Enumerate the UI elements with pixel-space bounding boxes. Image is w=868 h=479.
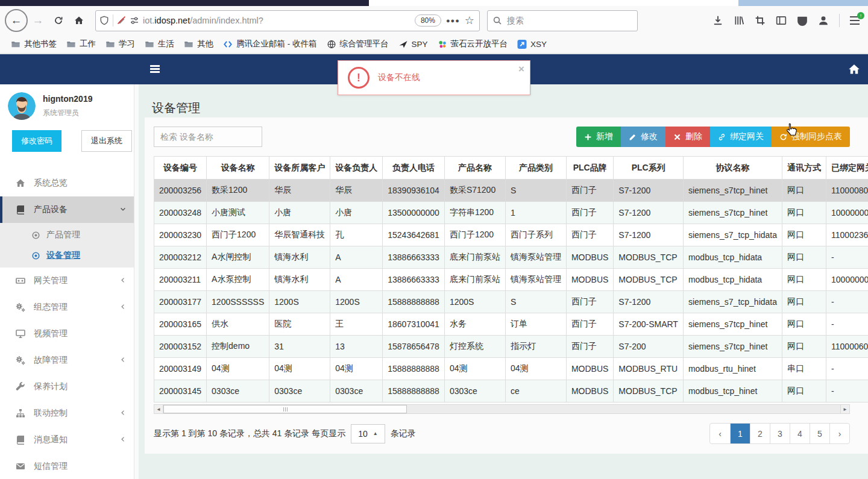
pager-page-2[interactable]: 2	[750, 424, 770, 443]
screenshot-icon[interactable]	[755, 15, 766, 26]
sidebar-item-product-device[interactable]: 产品设备	[0, 196, 139, 223]
pager-prev[interactable]: ‹	[710, 424, 730, 443]
browser-search[interactable]	[487, 10, 638, 31]
pager-next[interactable]: ›	[829, 424, 849, 443]
menu-icon[interactable]: ↑	[850, 16, 861, 25]
pager-page-3[interactable]: 3	[770, 424, 790, 443]
home-icon	[74, 16, 84, 25]
sidebars-icon[interactable]	[776, 15, 787, 26]
table-cell: 04测	[444, 358, 505, 380]
alert-close-icon[interactable]: ×	[518, 63, 524, 75]
mouse-cursor	[784, 122, 800, 138]
chevron-down-icon	[119, 205, 127, 214]
table-row[interactable]: 2000031771200SSSSSS1200S1200S15888888888…	[154, 291, 868, 313]
table-cell: 王	[330, 313, 383, 336]
sidebar-item-device-manage[interactable]: 设备管理	[0, 245, 139, 266]
table-cell: S7-1200	[614, 180, 684, 202]
column-header[interactable]: 设备名称	[207, 157, 269, 180]
bookmark-item[interactable]: 生活	[140, 37, 179, 51]
sidebar-item-message[interactable]: 消息通知	[0, 427, 139, 453]
change-password-button[interactable]: 修改密码	[12, 130, 61, 152]
table-row[interactable]: 20000314904测04测04测1588888888804测04测MODBU…	[154, 358, 868, 380]
column-header[interactable]: 通讯方式	[782, 157, 826, 180]
column-header[interactable]: PLC品牌	[566, 157, 613, 180]
pager-page-4[interactable]: 4	[790, 424, 810, 443]
sidebar-item-sms[interactable]: 短信管理	[0, 453, 139, 479]
bookmark-star-icon[interactable]: ☆	[465, 14, 474, 27]
column-header[interactable]: 产品类别	[505, 157, 566, 180]
table-row[interactable]: 200003230西门子1200华辰智通科技孔15243642681西门子120…	[154, 224, 868, 246]
extension-disabled-icon[interactable]	[117, 16, 127, 25]
sidebar-item-gateway[interactable]: 网关管理	[0, 268, 139, 294]
reload-button[interactable]	[48, 10, 69, 31]
delete-button[interactable]: 删除	[665, 127, 710, 147]
pager-page-5[interactable]: 5	[810, 424, 829, 443]
download-icon[interactable]	[712, 15, 723, 26]
sidebar-scrollbar[interactable]	[134, 84, 139, 479]
column-header[interactable]: 负责人电话	[383, 157, 445, 180]
sidebar-item-config[interactable]: 组态管理	[0, 294, 139, 321]
nav-home-icon[interactable]	[848, 63, 860, 75]
table-cell: 网口	[782, 313, 826, 336]
table-cell: 网口	[782, 269, 826, 291]
bookmark-item[interactable]: XSY	[512, 38, 552, 51]
device-search-input[interactable]	[154, 127, 262, 147]
pager-page-1[interactable]: 1	[730, 424, 750, 443]
back-button[interactable]: ←	[5, 9, 28, 32]
account-icon[interactable]	[818, 15, 829, 26]
sidebar-item-overview[interactable]: 系统总览	[0, 170, 139, 196]
sidebar-item-video[interactable]: 视频管理	[0, 321, 139, 347]
bookmark-label: 工作	[80, 39, 96, 49]
bind-gateway-button[interactable]: 绑定网关	[710, 127, 772, 147]
bookmark-item[interactable]: 工作	[61, 37, 101, 51]
page-size-select[interactable]: 10 ▲	[351, 424, 385, 443]
bookmark-item[interactable]: 其他	[179, 37, 218, 51]
table-row[interactable]: 200003256数采1200华辰华辰18390936104数采S71200S西…	[154, 180, 868, 202]
sidebar-toggle-icon[interactable]	[150, 65, 160, 73]
add-button[interactable]: 新增	[576, 127, 621, 147]
table-row[interactable]: 200003212A水闸控制镇海水利A13886663333底来门前泵站镇海泵站…	[154, 246, 868, 269]
bookmark-item[interactable]: 综合管理平台	[322, 37, 394, 51]
table-row[interactable]: 200003152控制demo311315878656478灯控系统指示灯西门子…	[154, 336, 868, 358]
column-header[interactable]: 已绑定网关	[826, 157, 868, 180]
table-row[interactable]: 200003211A水泵控制镇海水利A13886663333底来门前泵站镇海泵站…	[154, 269, 868, 291]
table-row[interactable]: 2000031450303ce0303ce0303ce1588888888803…	[154, 380, 868, 402]
table-cell: siemens_s7_tcp_hidata	[683, 224, 782, 246]
sidebar-item-fault[interactable]: 故障管理	[0, 347, 139, 374]
sidebar-item-linkage[interactable]: 联动控制	[0, 400, 139, 427]
table-cell: 西门子系列	[505, 224, 566, 246]
logout-button[interactable]: 退出系统	[81, 130, 132, 152]
forward-button[interactable]: →	[28, 10, 48, 31]
permissions-icon[interactable]	[130, 16, 139, 25]
table-cell: 镇海水利	[269, 269, 330, 291]
page-actions-icon[interactable]: ●●●	[446, 17, 460, 24]
zoom-indicator[interactable]: 80%	[415, 14, 441, 27]
pocket-icon[interactable]	[797, 15, 808, 26]
bookmark-item[interactable]: SPY	[394, 38, 433, 51]
table-row[interactable]: 200003165供水医院王18607310041水务订单西门子S7-200-S…	[154, 313, 868, 336]
column-header[interactable]: 产品名称	[444, 157, 505, 180]
scrollbar-track[interactable]	[163, 404, 840, 414]
bookmark-item[interactable]: 萤石云开放平台	[433, 37, 513, 51]
sidebar-item-product-manage[interactable]: 产品管理	[0, 225, 139, 245]
column-header[interactable]: 设备所属客户	[269, 157, 330, 180]
scrollbar-thumb[interactable]	[163, 405, 407, 413]
column-header[interactable]: 设备编号	[154, 157, 207, 180]
scroll-left-button[interactable]: ◄	[154, 404, 163, 414]
gateway-icon	[16, 276, 25, 286]
library-icon[interactable]	[734, 15, 744, 26]
home-button[interactable]	[69, 10, 89, 31]
browser-search-input[interactable]	[506, 15, 632, 26]
column-header[interactable]: 设备负责人	[330, 157, 383, 180]
sidebar-item-maintenance[interactable]: 保养计划	[0, 374, 139, 400]
bookmark-item[interactable]: 腾讯企业邮箱 - 收件箱	[218, 37, 322, 51]
url-bar[interactable]: iot.idosp.net/admin/index.html? 80% ●●● …	[95, 10, 480, 31]
column-header[interactable]: PLC系列	[614, 157, 684, 180]
edit-button[interactable]: 修改	[621, 127, 665, 147]
horizontal-scrollbar[interactable]: ◄ ►	[154, 404, 850, 414]
column-header[interactable]: 协议名称	[683, 157, 782, 180]
bookmark-item[interactable]: 学习	[101, 37, 140, 51]
bookmark-item[interactable]: 其他书签	[6, 37, 61, 51]
scroll-right-button[interactable]: ►	[840, 404, 850, 414]
table-row[interactable]: 200003248小唐测试小唐小唐13500000000字符串12001西门子S…	[154, 202, 868, 224]
